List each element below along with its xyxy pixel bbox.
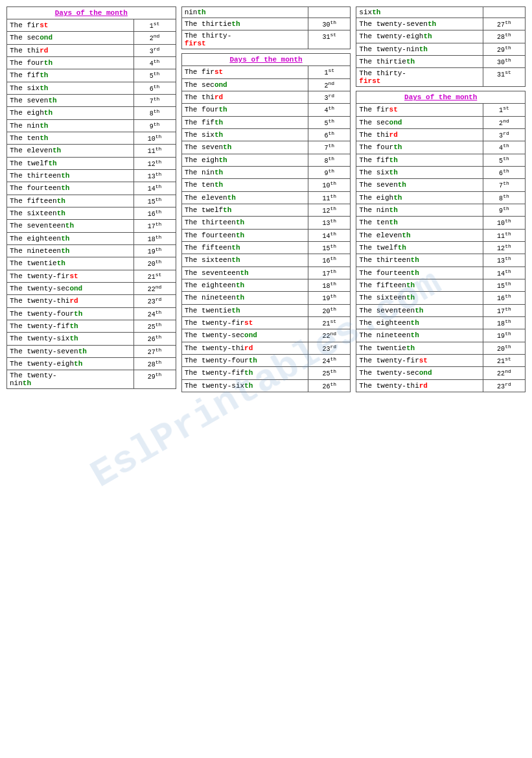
table-row: The twentieth20th [7,257,176,270]
day-num: 1st [308,66,351,78]
day-num: 9th [133,119,176,132]
table-row: The thirtieth 30th [181,18,351,30]
day-name: The twenty-first [356,354,483,366]
day-name: The twenty-first [7,270,134,282]
table-row: The seventh7th [356,179,526,191]
day-num: 13th [483,254,525,266]
day-num: 19th [308,292,351,304]
table-row: The eighth8th [7,107,176,119]
title-row: Days of the month [7,7,176,19]
day-num: 5th [483,154,525,166]
table-title: Days of the month [356,91,526,104]
day-num: 2nd [308,78,351,91]
table-col1: Days of the month The first1st The secon… [6,6,176,389]
day-name: The third [7,44,134,56]
day-name: The tenth [356,217,483,229]
table-row: The thirty-first 31st [356,68,526,87]
day-num: 10th [133,132,176,144]
table-row: The tenth10th [181,179,351,191]
table-row: The eleventh11th [7,145,176,157]
day-num: 14th [483,266,525,279]
table-row: The thirtieth 30th [356,55,526,67]
day-name: The twenty-second [7,282,134,294]
table-col2-main: Days of the month The first1st The secon… [181,53,351,392]
day-name: The twenty-third [356,379,483,392]
day-num: 3rd [133,44,176,56]
table-row: The eighteenth18th [7,232,176,244]
day-name: The twenty-fifth [181,367,308,379]
table-row: The thirteenth13th [181,217,351,229]
table-row: The fifteenth15th [181,241,351,254]
table-row: The fourth4th [356,141,526,154]
table-row: The fourteenth14th [356,266,526,279]
table-row: The fourteenth14th [7,182,176,195]
day-num: 11th [308,191,351,204]
day-name: The first [7,19,134,32]
day-num: 19th [133,244,176,257]
day-num: 23rd [133,295,176,307]
day-name: The twenty-third [7,295,134,307]
table-row: The eighth8th [356,191,526,204]
day-name: The first [181,66,308,78]
day-num: 15th [483,279,525,291]
day-num: 14th [308,229,351,241]
day-name: The second [181,78,308,91]
table-row: The fifteenth15th [356,279,526,291]
day-num: 21st [483,354,525,366]
day-num: 15th [133,195,176,207]
title-text: Days of the month [229,56,302,64]
table-row: The eleventh11th [356,229,526,241]
day-name: The twenty-fourth [181,354,308,366]
table-row: The ninth9th [356,204,526,216]
table-row: The second2nd [181,78,351,91]
table-row: The first1st [181,66,351,78]
table-col3-top: sixth The twenty-seventh 27th The twenty… [356,6,526,87]
day-num: 31st [308,30,351,49]
table-row: The twenty-eighth 28th [356,30,526,43]
table-row: The eighteenth18th [356,316,526,329]
table-row: The sixth6th [7,82,176,94]
day-name: sixth [356,7,483,18]
day-name: The thirteenth [181,217,308,229]
day-num: 7th [133,94,176,106]
column-1: Days of the month The first1st The secon… [6,6,176,389]
day-name: The eighteenth [181,279,308,291]
table-row: The third3rd [181,91,351,103]
day-num: 26th [133,333,176,345]
title-row: Days of the month [181,54,351,66]
table-row: The thirteenth13th [7,169,176,182]
day-name: The fourth [356,141,483,154]
table-row: The twenty-seventh 27th [356,18,526,30]
table-row: The third3rd [7,44,176,56]
day-name: The sixth [181,128,308,141]
day-name: The seventh [356,179,483,191]
day-num: 8th [483,191,525,204]
table-row: The tenth10th [7,132,176,144]
day-name: The fifth [7,69,134,82]
day-num: 12th [483,241,525,254]
table-row: The ninth9th [181,166,351,178]
day-num: 2nd [483,116,525,128]
day-num: 23rd [308,342,351,354]
day-num: 6th [133,82,176,94]
day-name: The twenty-seventh [356,18,483,30]
table-row: The twenty-first21st [356,354,526,366]
day-name: The twenty-eighth [7,357,134,370]
day-num: 1st [133,19,176,32]
day-name: ninth [181,7,308,18]
day-num: 26th [308,379,351,392]
title-text: Days of the month [404,93,477,101]
day-name: The sixteenth [356,292,483,304]
day-name: The twenty-fifth [7,320,134,332]
table-row: The seventh7th [7,94,176,106]
day-name: The twenty-seventh [7,345,134,357]
table-row: The second2nd [7,32,176,44]
table-row: The ninth9th [7,119,176,132]
day-name: The third [181,91,308,103]
day-num: 6th [308,128,351,141]
day-name: The sixteenth [181,254,308,266]
table-row: The third3rd [356,128,526,141]
table-row: The twenty-first21st [7,270,176,282]
day-name: The sixteenth [7,207,134,219]
day-num: 7th [483,179,525,191]
